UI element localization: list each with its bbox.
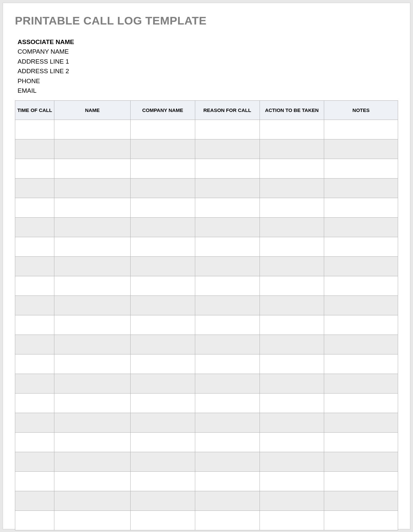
phone-label: PHONE	[18, 76, 398, 86]
cell-time	[15, 393, 54, 413]
table-row	[15, 159, 398, 178]
table-row	[15, 237, 398, 256]
cell-company	[130, 178, 195, 198]
table-row	[15, 217, 398, 237]
cell-name	[54, 471, 131, 491]
cell-reason	[195, 256, 260, 276]
table-body	[15, 120, 398, 530]
cell-company	[130, 120, 195, 139]
cell-company	[130, 276, 195, 295]
header-reason-for-call: REASON FOR CALL	[195, 100, 260, 120]
cell-action	[260, 276, 324, 295]
cell-company	[130, 295, 195, 315]
cell-company	[130, 393, 195, 413]
cell-action	[260, 471, 324, 491]
cell-reason	[195, 471, 260, 491]
table-row	[15, 276, 398, 295]
cell-name	[54, 120, 131, 139]
cell-name	[54, 335, 131, 354]
cell-notes	[324, 315, 398, 335]
cell-action	[260, 491, 324, 510]
page-title: PRINTABLE CALL LOG TEMPLATE	[15, 14, 398, 27]
cell-time	[15, 276, 54, 295]
cell-company	[130, 491, 195, 510]
email-label: EMAIL	[18, 86, 398, 95]
cell-action	[260, 159, 324, 178]
cell-reason	[195, 315, 260, 335]
table-row	[15, 374, 398, 393]
cell-time	[15, 354, 54, 374]
cell-name	[54, 432, 131, 452]
cell-time	[15, 335, 54, 354]
cell-name	[54, 413, 131, 432]
table-row	[15, 295, 398, 315]
cell-notes	[324, 237, 398, 256]
table-row	[15, 315, 398, 335]
header-time-of-call: TIME OF CALL	[15, 100, 54, 120]
cell-action	[260, 374, 324, 393]
cell-company	[130, 237, 195, 256]
cell-notes	[324, 120, 398, 139]
cell-time	[15, 315, 54, 335]
address-line-2: ADDRESS LINE 2	[18, 66, 398, 76]
associate-name-label: ASSOCIATE NAME	[18, 37, 398, 47]
call-log-table: TIME OF CALL NAME COMPANY NAME REASON FO…	[15, 100, 398, 530]
cell-notes	[324, 491, 398, 510]
cell-reason	[195, 335, 260, 354]
cell-action	[260, 256, 324, 276]
table-row	[15, 510, 398, 530]
table-row	[15, 178, 398, 198]
cell-time	[15, 139, 54, 159]
cell-time	[15, 452, 54, 471]
cell-notes	[324, 432, 398, 452]
cell-action	[260, 432, 324, 452]
cell-action	[260, 510, 324, 530]
cell-action	[260, 393, 324, 413]
cell-notes	[324, 393, 398, 413]
cell-name	[54, 510, 131, 530]
header-name: NAME	[54, 100, 131, 120]
cell-name	[54, 393, 131, 413]
cell-reason	[195, 432, 260, 452]
cell-notes	[324, 452, 398, 471]
cell-name	[54, 139, 131, 159]
cell-action	[260, 237, 324, 256]
cell-action	[260, 120, 324, 139]
cell-company	[130, 256, 195, 276]
cell-notes	[324, 198, 398, 217]
cell-notes	[324, 335, 398, 354]
cell-action	[260, 198, 324, 217]
cell-action	[260, 452, 324, 471]
cell-reason	[195, 354, 260, 374]
cell-name	[54, 217, 131, 237]
cell-notes	[324, 276, 398, 295]
cell-reason	[195, 237, 260, 256]
cell-time	[15, 374, 54, 393]
cell-name	[54, 295, 131, 315]
cell-time	[15, 217, 54, 237]
cell-time	[15, 413, 54, 432]
cell-reason	[195, 198, 260, 217]
cell-name	[54, 354, 131, 374]
cell-time	[15, 491, 54, 510]
cell-time	[15, 295, 54, 315]
cell-company	[130, 354, 195, 374]
cell-time	[15, 237, 54, 256]
cell-notes	[324, 413, 398, 432]
associate-info-block: ASSOCIATE NAME COMPANY NAME ADDRESS LINE…	[18, 37, 398, 96]
cell-action	[260, 139, 324, 159]
cell-notes	[324, 159, 398, 178]
cell-reason	[195, 393, 260, 413]
cell-notes	[324, 295, 398, 315]
cell-name	[54, 237, 131, 256]
cell-company	[130, 217, 195, 237]
cell-reason	[195, 452, 260, 471]
cell-notes	[324, 471, 398, 491]
cell-company	[130, 335, 195, 354]
cell-name	[54, 198, 131, 217]
cell-company	[130, 471, 195, 491]
cell-reason	[195, 120, 260, 139]
cell-time	[15, 198, 54, 217]
cell-name	[54, 315, 131, 335]
cell-company	[130, 315, 195, 335]
